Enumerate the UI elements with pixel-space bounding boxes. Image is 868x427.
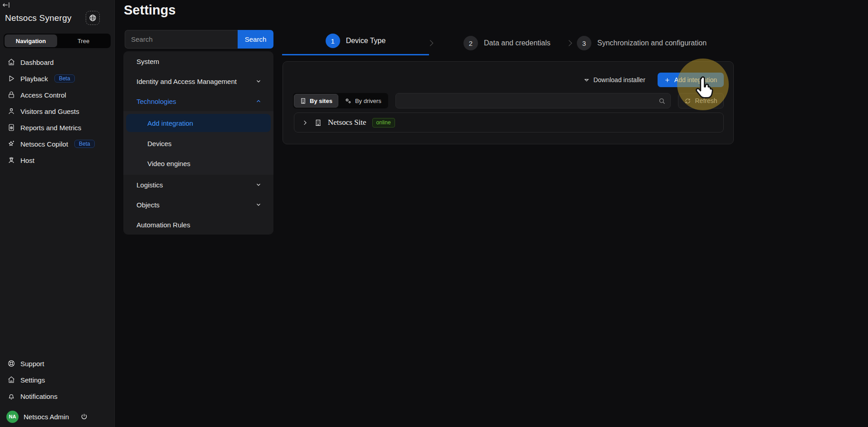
- host-icon: [7, 156, 15, 164]
- sites-search-input[interactable]: [400, 97, 658, 105]
- bell-icon: [7, 392, 15, 400]
- menu-item-label: Objects: [137, 201, 160, 209]
- menu-item-automation-rules[interactable]: Automation Rules: [123, 215, 273, 235]
- step-synchronization[interactable]: 3 Synchronization and configuration: [577, 36, 707, 50]
- building-icon: [314, 119, 322, 127]
- building-icon: [300, 98, 307, 104]
- plus-icon: [664, 77, 670, 83]
- report-icon: [7, 123, 15, 132]
- menu-item-identity-and-access-management[interactable]: Identity and Access Management: [123, 71, 273, 91]
- sidebar-item-label: Netsocs Copilot: [20, 140, 68, 148]
- collapse-sidebar-icon[interactable]: [2, 1, 10, 9]
- power-icon[interactable]: [80, 413, 88, 421]
- menu-item-logistics[interactable]: Logistics: [123, 175, 273, 195]
- sparkles-icon: [7, 140, 15, 148]
- menu-subitem-video-engines[interactable]: Video engines: [123, 153, 273, 173]
- expand-chevron-icon[interactable]: [302, 119, 308, 126]
- menu-item-label: Technologies: [137, 98, 176, 105]
- download-installer-label: Download installer: [593, 76, 645, 83]
- menu-subitem-label: Video engines: [147, 160, 190, 167]
- menu-subitem-add-integration[interactable]: Add integration: [126, 114, 271, 132]
- sites-search: [395, 93, 671, 108]
- site-status-badge: online: [372, 118, 395, 128]
- site-row[interactable]: Netsocs Site online: [294, 113, 724, 133]
- menu-item-label: System: [137, 58, 159, 65]
- lock-icon: [7, 91, 15, 99]
- chevron-down-icon: [255, 182, 262, 188]
- beta-badge: Beta: [74, 140, 95, 148]
- play-icon: [7, 74, 15, 83]
- sidebar-mode-tabs: NavigationTree: [4, 34, 111, 48]
- sidebar-item-settings[interactable]: Settings: [0, 372, 114, 388]
- sidebar-item-reports-and-metrics[interactable]: Reports and Metrics: [0, 119, 114, 136]
- sidebar-item-label: Dashboard: [20, 59, 54, 66]
- sidebar-item-visitors-and-guests[interactable]: Visitors and Guests: [0, 103, 114, 119]
- menu-item-label: Logistics: [137, 181, 163, 189]
- menu-item-objects[interactable]: Objects: [123, 195, 273, 215]
- sidebar-footer: SupportSettingsNotifications: [0, 355, 114, 404]
- sidebar-item-label: Settings: [20, 376, 45, 384]
- settings-menu: SystemIdentity and Access ManagementTech…: [123, 51, 273, 235]
- settings-search-button[interactable]: Search: [238, 30, 273, 49]
- add-integration-button[interactable]: Add integration: [658, 73, 724, 87]
- menu-subitem-label: Add integration: [147, 119, 193, 127]
- sidebar-item-label: Reports and Metrics: [20, 124, 81, 132]
- toggle-by-drivers[interactable]: By drivers: [338, 94, 387, 108]
- menu-subitem-label: Devices: [147, 140, 171, 147]
- gears-icon: [344, 97, 352, 105]
- view-toggle-group: By sitesBy drivers: [293, 93, 388, 108]
- step-device-type[interactable]: 1 Device Type: [282, 28, 429, 55]
- app-title: Netsocs Synergy: [5, 13, 72, 23]
- menu-item-technologies[interactable]: Technologies: [123, 91, 273, 111]
- chevron-down-icon: [584, 77, 590, 83]
- avatar: NA: [6, 411, 19, 423]
- sidebar-item-host[interactable]: Host: [0, 152, 114, 168]
- sidebar-item-label: Visitors and Guests: [20, 108, 79, 115]
- step-number: 2: [463, 36, 478, 50]
- menu-subgroup-technologies: Add integrationDevicesVideo engines: [123, 111, 273, 175]
- refresh-button[interactable]: Refresh: [678, 93, 724, 108]
- step-label: Device Type: [346, 37, 386, 45]
- menu-subitem-devices[interactable]: Devices: [123, 133, 273, 153]
- language-button[interactable]: [86, 11, 100, 25]
- chevron-right-icon: [565, 38, 575, 48]
- toggle-label: By sites: [310, 98, 332, 104]
- chevron-up-icon: [255, 98, 262, 104]
- sidebar-nav: DashboardPlaybackBetaAccess ControlVisit…: [0, 54, 114, 168]
- menu-item-label: Automation Rules: [137, 221, 190, 229]
- lifebuoy-icon: [7, 359, 15, 368]
- integrations-panel: Download installer Add integration By si…: [283, 61, 734, 144]
- toggle-by-sites[interactable]: By sites: [294, 94, 338, 108]
- page-title: Settings: [124, 3, 176, 18]
- download-installer-button[interactable]: Download installer: [584, 76, 645, 83]
- sidebar-tab-tree[interactable]: Tree: [57, 34, 110, 47]
- chevron-down-icon: [255, 78, 262, 84]
- sidebar-item-dashboard[interactable]: Dashboard: [0, 54, 114, 70]
- globe-icon: [89, 14, 97, 22]
- step-number: 3: [577, 36, 591, 50]
- settings-search-bar: Search: [125, 30, 273, 49]
- refresh-label: Refresh: [695, 97, 717, 104]
- sidebar-item-label: Access Control: [20, 91, 66, 99]
- step-data-credentials[interactable]: 2 Data and credentials: [463, 36, 551, 50]
- search-icon[interactable]: [658, 97, 666, 105]
- sidebar: Netsocs Synergy NavigationTree Dashboard…: [0, 0, 115, 427]
- sidebar-item-netsocs-copilot[interactable]: Netsocs CopilotBeta: [0, 136, 114, 152]
- sidebar-item-access-control[interactable]: Access Control: [0, 87, 114, 103]
- sidebar-item-label: Support: [20, 360, 44, 368]
- account-row[interactable]: NA Netsocs Admin: [0, 406, 114, 427]
- settings-search-input[interactable]: [125, 30, 238, 49]
- account-name: Netsocs Admin: [24, 413, 69, 421]
- sidebar-item-support[interactable]: Support: [0, 355, 114, 372]
- step-number: 1: [326, 34, 340, 48]
- step-label: Synchronization and configuration: [597, 39, 707, 47]
- refresh-icon: [684, 98, 691, 104]
- sidebar-item-notifications[interactable]: Notifications: [0, 388, 114, 404]
- sidebar-tab-navigation[interactable]: Navigation: [5, 34, 57, 47]
- menu-item-system[interactable]: System: [123, 51, 273, 71]
- menu-item-label: Identity and Access Management: [137, 78, 237, 85]
- house-icon: [7, 376, 15, 384]
- site-name: Netsocs Site: [328, 118, 366, 127]
- beta-badge: Beta: [54, 74, 75, 83]
- sidebar-item-playback[interactable]: PlaybackBeta: [0, 70, 114, 87]
